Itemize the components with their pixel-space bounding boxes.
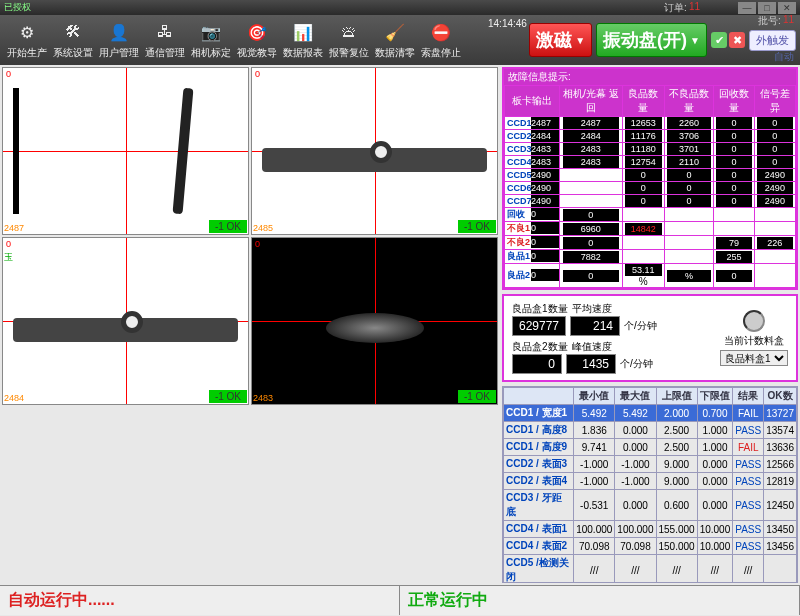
peak-speed: 1435 xyxy=(566,354,616,374)
toolbar-icon: 🛠 xyxy=(61,20,85,44)
toolbar-0[interactable]: ⚙开始生产 xyxy=(4,16,50,64)
status-right: 正常运行中 xyxy=(400,586,800,615)
toolbar-icon: 📊 xyxy=(291,20,315,44)
toolbar-5[interactable]: 🎯视觉教导 xyxy=(234,16,280,64)
results-table[interactable]: 最小值最大值上限值下限值结果OK数CCD1 / 宽度15.4925.4922.0… xyxy=(502,386,798,583)
status-left: 自动运行中...... xyxy=(0,586,400,615)
material-indicator-icon xyxy=(743,310,765,332)
auth-status: 已授权 xyxy=(4,1,31,14)
toolbar-icon: 📷 xyxy=(199,20,223,44)
status-bar: 自动运行中...... 正常运行中 xyxy=(0,585,800,615)
counts-panel: 故障信息提示: 板卡输出相机/光幕 返回良品数量不良品数量回收数量信号差异CCD… xyxy=(502,67,798,290)
toolbar-9[interactable]: ⛔索盘停止 xyxy=(418,16,464,64)
toolbar-icon: 🎯 xyxy=(245,20,269,44)
toolbar-icon: 👤 xyxy=(107,20,131,44)
toolbar-icon: 🖧 xyxy=(153,20,177,44)
toolbar-4[interactable]: 📷相机标定 xyxy=(188,16,234,64)
close-icon[interactable]: ✕ xyxy=(778,2,796,14)
maximize-icon[interactable]: □ xyxy=(758,2,776,14)
toolbar-7[interactable]: 🛎报警复位 xyxy=(326,16,372,64)
panel-header: 故障信息提示: xyxy=(504,69,796,85)
avg-speed: 214 xyxy=(570,316,620,336)
toolbar-icon: 🛎 xyxy=(337,20,361,44)
toolbar-2[interactable]: 👤用户管理 xyxy=(96,16,142,64)
goodbox2-count: 0 xyxy=(512,354,562,374)
camera-view-4[interactable]: 02483-1 OK xyxy=(251,237,498,405)
toolbar: ⚙开始生产🛠系统设置👤用户管理🖧通信管理📷相机标定🎯视觉教导📊数据报表🛎报警复位… xyxy=(0,15,800,65)
minimize-icon[interactable]: — xyxy=(738,2,756,14)
camera-view-3[interactable]: 0玉2484-1 OK xyxy=(2,237,249,405)
vibrator-button[interactable]: 振动盘(开)▼ xyxy=(596,23,707,57)
toolbar-icon: ⛔ xyxy=(429,20,453,44)
toolbar-8[interactable]: 🧹数据清零 xyxy=(372,16,418,64)
cancel-icon[interactable]: ✖ xyxy=(729,32,745,48)
speed-panel: 良品盒1数量 平均速度 629777 214 个/分钟 良品盒2数量 峰值速度 … xyxy=(502,294,798,382)
material-box-select[interactable]: 良品料盒1 xyxy=(720,350,788,366)
clock: 14:14:46 xyxy=(488,18,527,29)
auto-label: 自动 xyxy=(774,50,794,64)
ext-trigger-button[interactable]: 外触发 xyxy=(749,30,796,51)
goodbox1-count: 629777 xyxy=(512,316,566,336)
toolbar-1[interactable]: 🛠系统设置 xyxy=(50,16,96,64)
toolbar-icon: 🧹 xyxy=(383,20,407,44)
toolbar-6[interactable]: 📊数据报表 xyxy=(280,16,326,64)
camera-view-2[interactable]: 02485-1 OK xyxy=(251,67,498,235)
demag-button[interactable]: 激磁▼ xyxy=(529,23,592,57)
ok-icon[interactable]: ✔ xyxy=(711,32,727,48)
camera-view-1[interactable]: 02487-1 OK xyxy=(2,67,249,235)
toolbar-icon: ⚙ xyxy=(15,20,39,44)
toolbar-3[interactable]: 🖧通信管理 xyxy=(142,16,188,64)
